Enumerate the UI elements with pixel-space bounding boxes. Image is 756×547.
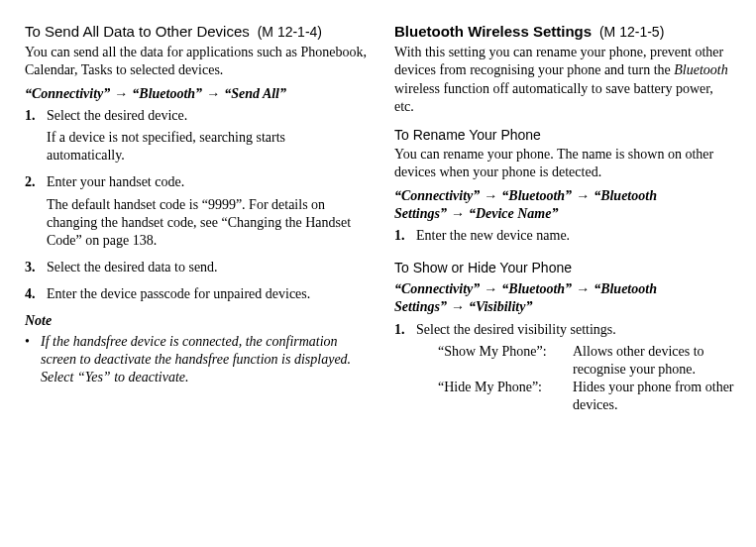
- right-intro: With this setting you can rename your ph…: [394, 44, 736, 116]
- content-columns: To Send All Data to Other Devices (M 12-…: [25, 22, 736, 420]
- visibility-options: “Show My Phone”: Allows other devices to…: [438, 343, 736, 415]
- rename-path: “Connectivity”→“Bluetooth”→“Bluetooth Se…: [394, 187, 736, 223]
- option-row: “Hide My Phone”: Hides your phone from o…: [438, 379, 736, 414]
- step-body: Select the desired data to send.: [47, 259, 367, 280]
- step-1: 1. Enter the new device name.: [394, 227, 736, 249]
- path-part: “Device Name”: [469, 206, 559, 221]
- step-2: 2. Enter your handset code. The default …: [25, 173, 367, 254]
- step-number: 1.: [25, 107, 47, 169]
- step-body: Enter your handset code. The default han…: [47, 173, 367, 254]
- arrow-icon: →: [451, 299, 465, 314]
- heading-row: To Send All Data to Other Devices (M 12-…: [25, 22, 367, 42]
- visibility-heading: To Show or Hide Your Phone: [394, 259, 736, 276]
- option-label: “Show My Phone”:: [438, 343, 573, 379]
- step-number: 3.: [25, 259, 47, 280]
- path-part: “Connectivity”: [25, 86, 110, 101]
- bullet-icon: •: [25, 333, 41, 387]
- step-text: Select the desired device.: [47, 107, 367, 125]
- rename-steps: 1. Enter the new device name.: [394, 227, 736, 249]
- path-part: “Bluetooth”: [132, 86, 202, 101]
- heading-row: Bluetooth Wireless Settings (M 12-1-5): [394, 22, 736, 42]
- step-number: 2.: [25, 173, 47, 254]
- left-column: To Send All Data to Other Devices (M 12-…: [25, 22, 367, 420]
- right-menu-ref: (M 12-1-5): [595, 24, 664, 40]
- intro-italic: Bluetooth: [674, 62, 727, 77]
- path-part: “Send All”: [224, 86, 286, 101]
- note-heading: Note: [25, 312, 367, 330]
- arrow-icon: →: [576, 188, 590, 203]
- right-column: Bluetooth Wireless Settings (M 12-1-5) W…: [394, 22, 736, 420]
- step-subtext: If a device is not specified, searching …: [47, 129, 367, 164]
- left-menu-ref: (M 12-1-4): [254, 24, 322, 40]
- arrow-icon: →: [484, 281, 497, 296]
- left-intro: You can send all the data for applicatio…: [25, 44, 367, 79]
- rename-heading: To Rename Your Phone: [394, 126, 736, 144]
- right-heading: Bluetooth Wireless Settings: [394, 23, 592, 40]
- path-part: “Connectivity”: [394, 188, 480, 203]
- path-part: “Connectivity”: [394, 281, 480, 296]
- step-text: Enter the device passcode for unpaired d…: [47, 285, 367, 303]
- path-part: “Visibility”: [469, 299, 533, 314]
- path-part: “Bluetooth”: [501, 281, 572, 296]
- step-1: 1. Select the desired visibility setting…: [394, 321, 736, 415]
- option-label: “Hide My Phone”:: [438, 379, 573, 414]
- step-4: 4. Enter the device passcode for unpaire…: [25, 285, 367, 307]
- step-body: Enter the new device name.: [416, 227, 736, 249]
- step-body: Enter the device passcode for unpaired d…: [47, 285, 367, 307]
- step-body: Select the desired device. If a device i…: [47, 107, 367, 169]
- note-item: • If the handsfree device is connected, …: [25, 333, 367, 387]
- left-heading: To Send All Data to Other Devices: [25, 23, 250, 40]
- arrow-icon: →: [484, 188, 497, 203]
- option-row: “Show My Phone”: Allows other devices to…: [438, 343, 736, 379]
- visibility-steps: 1. Select the desired visibility setting…: [394, 321, 736, 415]
- left-path: “Connectivity”→“Bluetooth”→“Send All”: [25, 85, 367, 103]
- step-text: Select the desired data to send.: [47, 259, 367, 276]
- arrow-icon: →: [576, 281, 590, 296]
- arrow-icon: →: [451, 206, 465, 221]
- arrow-icon: →: [206, 86, 220, 101]
- step-number: 1.: [394, 227, 416, 249]
- step-body: Select the desired visibility settings. …: [416, 321, 736, 415]
- rename-intro: You can rename your phone. The name is s…: [394, 146, 736, 181]
- step-subtext: The default handset code is “9999”. For …: [47, 196, 367, 251]
- visibility-path: “Connectivity”→“Bluetooth”→“Bluetooth Se…: [394, 280, 736, 316]
- left-steps: 1. Select the desired device. If a devic…: [25, 107, 367, 308]
- option-desc: Hides your phone from other devices.: [573, 379, 736, 414]
- step-number: 4.: [25, 285, 47, 307]
- note-text: If the handsfree device is connected, th…: [41, 333, 367, 387]
- step-text: Enter your handset code.: [47, 173, 367, 191]
- step-text: Enter the new device name.: [416, 227, 736, 245]
- step-number: 1.: [394, 321, 416, 415]
- step-1: 1. Select the desired device. If a devic…: [25, 107, 367, 169]
- step-3: 3. Select the desired data to send.: [25, 259, 367, 280]
- option-desc: Allows other devices to recognise your p…: [573, 343, 736, 379]
- intro-post: wireless function off automatically to s…: [394, 81, 713, 114]
- step-text: Select the desired visibility settings.: [416, 321, 736, 339]
- path-part: “Bluetooth”: [501, 188, 572, 203]
- arrow-icon: →: [114, 86, 128, 101]
